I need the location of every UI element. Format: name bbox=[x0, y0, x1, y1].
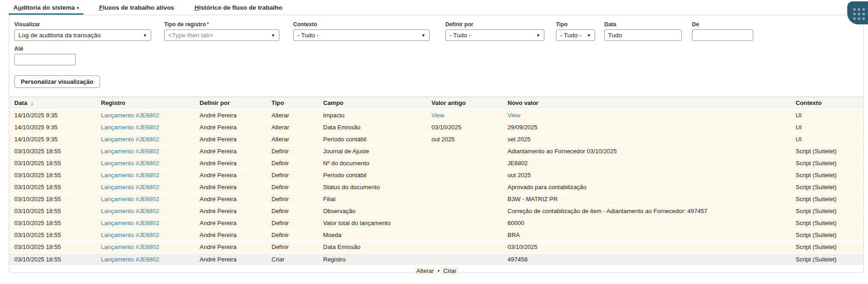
header-data[interactable]: Data↓ bbox=[9, 97, 96, 110]
cell-registro-link[interactable]: Lançamento #JE6802 bbox=[101, 124, 159, 131]
cell-registro-link[interactable]: Lançamento #JE6802 bbox=[101, 148, 159, 155]
customize-view-button[interactable]: Personalizar visualização bbox=[14, 75, 100, 88]
cell-novo-valor: 03/10/2025 bbox=[508, 243, 537, 250]
grid-dots-icon bbox=[853, 8, 865, 20]
cell-registro-link[interactable]: Lançamento #JE6802 bbox=[101, 184, 159, 191]
cell-contexto: UI bbox=[796, 124, 802, 131]
cell-data: 03/10/2025 18:55 bbox=[14, 160, 61, 167]
cell-contexto: Script (Suitelet) bbox=[796, 196, 837, 203]
cell-registro-link[interactable]: Lançamento #JE6802 bbox=[101, 208, 159, 214]
tab-fluxos-de-trabalho-ativos[interactable]: Fluxos de trabalho ativos bbox=[94, 1, 179, 15]
cell-data: 03/10/2025 18:55 bbox=[14, 184, 61, 191]
cell-contexto: Script (Suitelet) bbox=[796, 208, 837, 214]
cell-novo-valor: 60000 bbox=[508, 220, 524, 226]
cell-registro-link[interactable]: Lançamento #JE6802 bbox=[101, 160, 159, 167]
cell-novo-valor: 497458 bbox=[508, 256, 527, 263]
cell-contexto: Script (Suitelet) bbox=[796, 160, 837, 167]
cell-novo-valor: BRA bbox=[508, 232, 520, 238]
legend-separator: • bbox=[437, 267, 440, 274]
definir-por-select[interactable]: - Tudo - ▼ bbox=[445, 29, 544, 41]
quick-menu-button[interactable] bbox=[847, 1, 868, 24]
chevron-down-icon: ▼ bbox=[587, 33, 591, 38]
table-row: 03/10/2025 18:55Lançamento #JE6802André … bbox=[9, 217, 863, 229]
cell-data: 03/10/2025 18:55 bbox=[14, 256, 61, 263]
chevron-down-icon: ▼ bbox=[271, 33, 275, 38]
cell-registro-link[interactable]: Lançamento #JE6802 bbox=[101, 232, 159, 238]
tipo-registro-combobox[interactable]: <Type then tab> ▼ bbox=[164, 29, 279, 41]
cell-tipo: Alterar bbox=[272, 112, 289, 119]
cell-tipo: Definir bbox=[272, 184, 289, 191]
cell-valor-antigo: out 2025 bbox=[431, 136, 455, 143]
cell-definir-por: André Pereira bbox=[200, 184, 236, 191]
cell-tipo: Definir bbox=[272, 208, 289, 214]
cell-novo-valor: Adiantamento ao Fornecedor 03/10/2025 bbox=[508, 148, 617, 155]
cell-campo: Impacto bbox=[323, 112, 344, 119]
cell-campo: Status do documento bbox=[323, 184, 380, 191]
cell-registro-link[interactable]: Lançamento #JE6802 bbox=[101, 172, 159, 179]
cell-novo-valor[interactable]: View bbox=[508, 112, 520, 119]
cell-campo: Observação bbox=[323, 208, 355, 214]
cell-registro-link[interactable]: Lançamento #JE6802 bbox=[101, 112, 159, 119]
cell-novo-valor: Correção de contabilização de item - Adi… bbox=[508, 208, 708, 214]
system-audit-page: Auditoria do sistema• Fluxos de trabalho… bbox=[0, 0, 868, 284]
legend-criar: Criar bbox=[442, 267, 458, 275]
table-row: 03/10/2025 18:55Lançamento #JE6802André … bbox=[9, 193, 863, 205]
cell-tipo: Definir bbox=[272, 196, 289, 203]
cell-novo-valor: set 2025 bbox=[508, 136, 531, 143]
header-campo[interactable]: Campo bbox=[318, 97, 426, 110]
required-asterisk: * bbox=[207, 21, 209, 28]
header-tipo[interactable]: Tipo bbox=[266, 97, 318, 110]
table-header-row: Data↓ Registro Definir por Tipo Campo Va… bbox=[9, 97, 863, 110]
cell-data: 14/10/2025 9:35 bbox=[14, 136, 58, 143]
sort-desc-icon[interactable]: ↓ bbox=[30, 100, 33, 106]
cell-contexto: Script (Suitelet) bbox=[796, 172, 837, 179]
de-input[interactable] bbox=[692, 29, 753, 41]
chevron-down-icon: ▼ bbox=[143, 33, 147, 38]
visualizar-select[interactable]: Log de auditoria da transação ▼ bbox=[14, 29, 151, 41]
legend-alterar: Alterar bbox=[414, 267, 436, 275]
tab-label: Fluxos de trabalho ativos bbox=[99, 4, 174, 11]
changed-dot-indicator: • bbox=[77, 4, 79, 11]
definir-por-value: - Tudo - bbox=[449, 32, 471, 39]
cell-data: 14/10/2025 9:35 bbox=[14, 124, 58, 131]
table-row: 03/10/2025 18:55Lançamento #JE6802André … bbox=[9, 169, 863, 181]
cell-valor-antigo[interactable]: View bbox=[431, 112, 444, 119]
tipo-label: Tipo bbox=[556, 21, 595, 28]
cell-campo: Data Emissão bbox=[323, 124, 360, 131]
header-registro[interactable]: Registro bbox=[96, 97, 195, 110]
audit-table: Data↓ Registro Definir por Tipo Campo Va… bbox=[9, 97, 863, 265]
cell-definir-por: André Pereira bbox=[200, 160, 236, 167]
contexto-label: Contexto bbox=[293, 21, 430, 28]
cell-contexto: UI bbox=[796, 112, 802, 119]
cell-registro-link[interactable]: Lançamento #JE6802 bbox=[101, 136, 159, 143]
header-contexto[interactable]: Contexto bbox=[791, 97, 863, 110]
tab-bar: Auditoria do sistema• Fluxos de trabalho… bbox=[9, 0, 864, 15]
tab-auditoria-do-sistema[interactable]: Auditoria do sistema• bbox=[9, 1, 83, 15]
cell-campo: Moeda bbox=[323, 232, 342, 238]
data-input[interactable] bbox=[604, 29, 682, 41]
header-definir-por[interactable]: Definir por bbox=[195, 97, 266, 110]
visualizar-label: Visualizar bbox=[14, 21, 151, 28]
cell-registro-link[interactable]: Lançamento #JE6802 bbox=[101, 196, 159, 203]
table-row: 03/10/2025 18:55Lançamento #JE6802André … bbox=[9, 205, 863, 217]
cell-registro-link[interactable]: Lançamento #JE6802 bbox=[101, 256, 159, 263]
tipo-registro-placeholder: <Type then tab> bbox=[168, 32, 213, 39]
tipo-select[interactable]: - Tudo - ▼ bbox=[556, 29, 595, 41]
ate-label: Até bbox=[14, 46, 76, 52]
visualizar-value: Log de auditoria da transação bbox=[18, 32, 101, 39]
cell-definir-por: André Pereira bbox=[200, 232, 236, 238]
cell-registro-link[interactable]: Lançamento #JE6802 bbox=[101, 220, 159, 226]
contexto-select[interactable]: - Tudo - ▼ bbox=[293, 29, 430, 41]
cell-definir-por: André Pereira bbox=[200, 136, 236, 143]
header-valor-antigo[interactable]: Valor antigo bbox=[426, 97, 502, 110]
cell-definir-por: André Pereira bbox=[200, 220, 236, 226]
cell-data: 03/10/2025 18:55 bbox=[14, 243, 61, 250]
header-novo-valor[interactable]: Novo valor bbox=[502, 97, 791, 110]
cell-registro-link[interactable]: Lançamento #JE6802 bbox=[101, 243, 159, 250]
cell-tipo: Definir bbox=[272, 220, 289, 226]
ate-input[interactable] bbox=[14, 54, 76, 65]
cell-contexto: Script (Suitelet) bbox=[796, 184, 837, 191]
tab-historico-de-fluxo-de-trabalho[interactable]: Histórico de fluxo de trabalho bbox=[190, 1, 287, 15]
cell-campo: Nº do documento bbox=[323, 160, 369, 167]
chevron-down-icon: ▼ bbox=[421, 33, 425, 38]
